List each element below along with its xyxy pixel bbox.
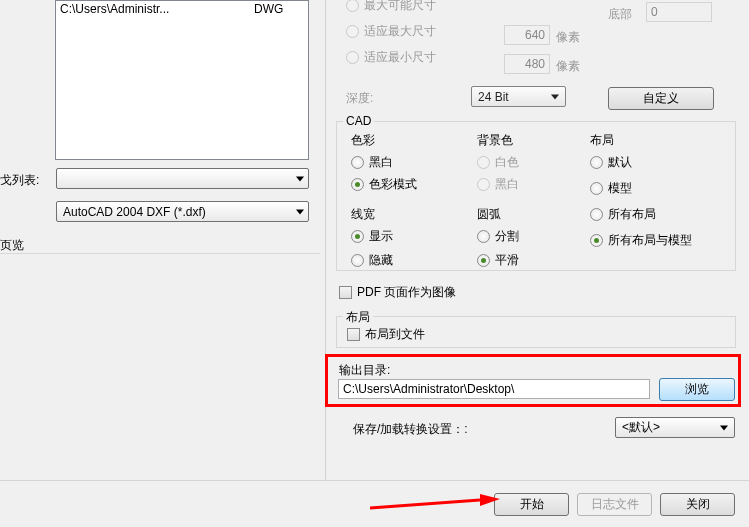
radio-label: 黑白 [495,176,519,193]
file-row[interactable]: C:\Users\Administr... DWG [56,1,308,17]
radio-icon [477,178,490,191]
label: 开始 [520,496,544,513]
settings-label: 保存/加载转换设置：: [353,421,468,438]
radio-layout-all[interactable]: 所有布局 [590,205,730,223]
checkbox-icon [347,328,360,341]
radio-label: 所有布局与模型 [608,232,692,249]
radio-label: 适应最大尺寸 [364,23,436,40]
footer: 开始 日志文件 关闭 [0,480,749,527]
radio-label: 默认 [608,154,632,171]
radio-layout-default[interactable]: 默认 [590,153,730,171]
radio-layout-all-model[interactable]: 所有布局与模型 [590,231,730,249]
preview-label: 页览 [0,237,24,254]
radio-bg-black: 黑白 [477,175,577,193]
output-path-value: C:\Users\Administrator\Desktop\ [343,382,514,396]
radio-icon [351,254,364,267]
file-type-cell: DWG [254,2,304,16]
value: 640 [525,28,545,42]
px-label: 像素 [556,29,580,46]
radio-icon [590,156,603,169]
chevron-down-icon [296,209,304,214]
format-dropdown[interactable]: AutoCAD 2004 DXF (*.dxf) [56,201,309,222]
left-panel: C:\Users\Administr... DWG 戈列表: AutoCAD 2… [0,0,325,480]
depth-label: 深度: [346,90,373,107]
layout2-legend: 布局 [343,309,373,326]
radio-color-bw[interactable]: 黑白 [351,153,461,171]
radio-icon [346,25,359,38]
output-label: 输出目录: [339,362,390,379]
radio-label: 黑白 [369,154,393,171]
radio-lw-show[interactable]: 显示 [351,227,461,245]
label: 关闭 [686,496,710,513]
radio-label: 所有布局 [608,206,656,223]
logfile-button: 日志文件 [577,493,652,516]
divider [0,253,320,254]
radio-label: 隐藏 [369,252,393,269]
radio-fit-min[interactable]: 适应最小尺寸 [346,48,436,66]
radio-label: 平滑 [495,252,519,269]
radio-arc-split[interactable]: 分割 [477,227,577,245]
color-legend: 色彩 [351,132,461,149]
radio-icon [590,208,603,221]
radio-arc-smooth[interactable]: 平滑 [477,251,577,269]
bottom-input[interactable]: 0 [646,2,712,22]
file-list[interactable]: C:\Users\Administr... DWG [55,0,309,160]
value: 480 [525,57,545,71]
layout2-fieldset: 布局 布局到文件 [336,316,736,348]
depth-value: 24 Bit [478,90,509,104]
output-path-input[interactable]: C:\Users\Administrator\Desktop\ [338,379,650,399]
radio-label: 色彩模式 [369,176,417,193]
layout-to-file-row[interactable]: 布局到文件 [347,325,425,343]
file-name-cell: C:\Users\Administr... [60,2,254,16]
cad-legend: CAD [343,114,374,128]
radio-icon [477,230,490,243]
chevron-down-icon [296,176,304,181]
format-value: AutoCAD 2004 DXF (*.dxf) [63,205,206,219]
layout-to-file-label: 布局到文件 [365,326,425,343]
value: 0 [651,5,658,19]
depth-dropdown[interactable]: 24 Bit [471,86,566,107]
linewidth-group: 线宽 显示 隐藏 [351,206,461,273]
bg-legend: 背景色 [477,132,577,149]
bg-group: 背景色 白色 黑白 [477,132,577,197]
radio-color-mode[interactable]: 色彩模式 [351,175,461,193]
right-panel: 最大可能尺寸 适应最大尺寸 适应最小尺寸 640 像素 480 像素 深度: 2… [325,0,749,480]
settings-dropdown[interactable]: <默认> [615,417,735,438]
radio-label: 模型 [608,180,632,197]
min-size-input[interactable]: 480 [504,54,550,74]
radio-label: 适应最小尺寸 [364,49,436,66]
start-button[interactable]: 开始 [494,493,569,516]
radio-icon [346,0,359,12]
max-size-input[interactable]: 640 [504,25,550,45]
radio-bg-white: 白色 [477,153,577,171]
radio-label: 最大可能尺寸 [364,0,436,14]
close-button[interactable]: 关闭 [660,493,735,516]
layout-legend: 布局 [590,132,730,149]
list-label: 戈列表: [0,172,39,189]
radio-lw-hide[interactable]: 隐藏 [351,251,461,269]
radio-layout-model[interactable]: 模型 [590,179,730,197]
arc-legend: 圆弧 [477,206,577,223]
radio-icon [346,51,359,64]
list-dropdown[interactable] [56,168,309,189]
arc-group: 圆弧 分割 平滑 [477,206,577,273]
custom-button[interactable]: 自定义 [608,87,714,110]
bottom-label: 底部 [608,6,632,23]
label: 自定义 [643,90,679,107]
label: 日志文件 [591,496,639,513]
layout-group: 布局 默认 模型 所有布局 所有布局与模型 [590,132,730,253]
px-label: 像素 [556,58,580,75]
pdf-checkbox-row[interactable]: PDF 页面作为图像 [339,283,456,301]
radio-label: 白色 [495,154,519,171]
radio-max-possible[interactable]: 最大可能尺寸 [346,0,436,14]
radio-icon [590,182,603,195]
radio-icon [477,254,490,267]
chevron-down-icon [551,94,559,99]
browse-button[interactable]: 浏览 [659,378,735,401]
radio-fit-max[interactable]: 适应最大尺寸 [346,22,436,40]
radio-label: 分割 [495,228,519,245]
radio-label: 显示 [369,228,393,245]
size-group: 最大可能尺寸 适应最大尺寸 适应最小尺寸 [346,0,436,70]
radio-icon [477,156,490,169]
chevron-down-icon [720,425,728,430]
